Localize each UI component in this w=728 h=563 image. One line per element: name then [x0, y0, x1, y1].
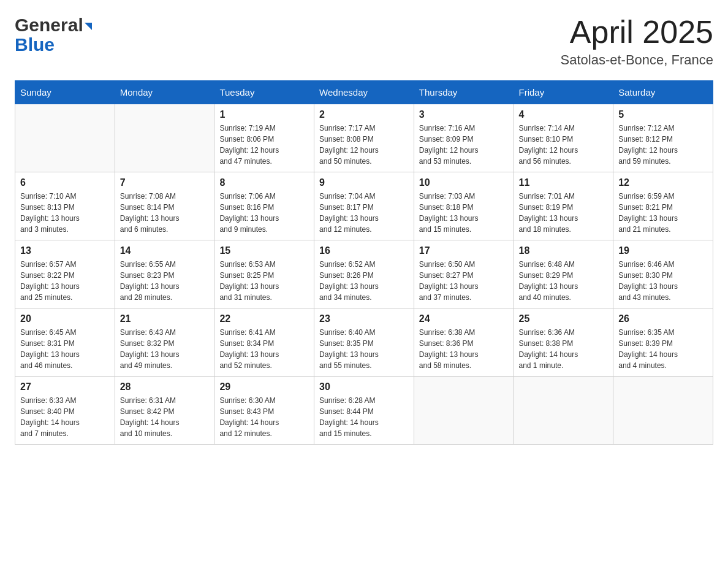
- day-info: Sunrise: 7:08 AM Sunset: 8:14 PM Dayligh…: [120, 191, 210, 235]
- column-header-monday: Monday: [115, 81, 214, 104]
- calendar-cell: 10Sunrise: 7:03 AM Sunset: 8:18 PM Dayli…: [414, 172, 514, 240]
- column-header-saturday: Saturday: [613, 81, 713, 104]
- day-number: 11: [519, 177, 609, 188]
- calendar-cell: [613, 377, 713, 445]
- day-number: 3: [419, 109, 509, 120]
- location-subtitle: Satolas-et-Bonce, France: [561, 52, 713, 68]
- day-number: 15: [219, 245, 309, 256]
- calendar-cell: 4Sunrise: 7:14 AM Sunset: 8:10 PM Daylig…: [514, 104, 613, 172]
- day-info: Sunrise: 7:06 AM Sunset: 8:16 PM Dayligh…: [219, 191, 309, 235]
- day-number: 12: [618, 177, 708, 188]
- calendar-cell: 3Sunrise: 7:16 AM Sunset: 8:09 PM Daylig…: [414, 104, 514, 172]
- calendar-cell: 13Sunrise: 6:57 AM Sunset: 8:22 PM Dayli…: [15, 240, 115, 308]
- day-info: Sunrise: 7:10 AM Sunset: 8:13 PM Dayligh…: [20, 191, 110, 235]
- day-number: 30: [319, 381, 409, 393]
- day-number: 9: [319, 177, 409, 188]
- calendar-cell: 15Sunrise: 6:53 AM Sunset: 8:25 PM Dayli…: [214, 240, 314, 308]
- calendar-cell: [514, 377, 613, 445]
- calendar-cell: 2Sunrise: 7:17 AM Sunset: 8:08 PM Daylig…: [314, 104, 414, 172]
- day-number: 26: [618, 313, 708, 324]
- day-number: 13: [20, 245, 110, 256]
- calendar-cell: 8Sunrise: 7:06 AM Sunset: 8:16 PM Daylig…: [214, 172, 314, 240]
- day-info: Sunrise: 7:03 AM Sunset: 8:18 PM Dayligh…: [419, 191, 509, 235]
- day-number: 17: [419, 245, 509, 256]
- calendar-cell: 5Sunrise: 7:12 AM Sunset: 8:12 PM Daylig…: [613, 104, 713, 172]
- day-info: Sunrise: 6:46 AM Sunset: 8:30 PM Dayligh…: [618, 259, 708, 303]
- day-info: Sunrise: 7:12 AM Sunset: 8:12 PM Dayligh…: [618, 123, 708, 167]
- day-number: 23: [319, 313, 409, 324]
- column-header-sunday: Sunday: [15, 81, 115, 104]
- calendar-header-row: SundayMondayTuesdayWednesdayThursdayFrid…: [15, 81, 713, 104]
- day-info: Sunrise: 6:57 AM Sunset: 8:22 PM Dayligh…: [20, 259, 110, 303]
- day-number: 19: [618, 245, 708, 256]
- calendar-cell: 6Sunrise: 7:10 AM Sunset: 8:13 PM Daylig…: [15, 172, 115, 240]
- day-info: Sunrise: 7:16 AM Sunset: 8:09 PM Dayligh…: [419, 123, 509, 167]
- day-info: Sunrise: 6:40 AM Sunset: 8:35 PM Dayligh…: [319, 327, 409, 371]
- calendar-cell: [15, 104, 115, 172]
- calendar-cell: 11Sunrise: 7:01 AM Sunset: 8:19 PM Dayli…: [514, 172, 613, 240]
- day-info: Sunrise: 6:48 AM Sunset: 8:29 PM Dayligh…: [519, 259, 609, 303]
- day-number: 28: [120, 381, 210, 393]
- day-number: 27: [20, 381, 110, 393]
- day-number: 6: [20, 177, 110, 188]
- day-number: 25: [519, 313, 609, 324]
- column-header-friday: Friday: [514, 81, 613, 104]
- calendar-cell: 9Sunrise: 7:04 AM Sunset: 8:17 PM Daylig…: [314, 172, 414, 240]
- calendar-cell: 7Sunrise: 7:08 AM Sunset: 8:14 PM Daylig…: [115, 172, 214, 240]
- calendar-cell: 17Sunrise: 6:50 AM Sunset: 8:27 PM Dayli…: [414, 240, 514, 308]
- day-info: Sunrise: 6:41 AM Sunset: 8:34 PM Dayligh…: [219, 327, 309, 371]
- calendar-cell: 21Sunrise: 6:43 AM Sunset: 8:32 PM Dayli…: [115, 308, 214, 377]
- day-info: Sunrise: 6:43 AM Sunset: 8:32 PM Dayligh…: [120, 327, 210, 371]
- logo-arrow-icon: [85, 23, 92, 30]
- day-info: Sunrise: 7:01 AM Sunset: 8:19 PM Dayligh…: [519, 191, 609, 235]
- calendar-cell: 14Sunrise: 6:55 AM Sunset: 8:23 PM Dayli…: [115, 240, 214, 308]
- calendar-week-row: 6Sunrise: 7:10 AM Sunset: 8:13 PM Daylig…: [15, 172, 713, 240]
- column-header-wednesday: Wednesday: [314, 81, 414, 104]
- calendar-cell: 28Sunrise: 6:31 AM Sunset: 8:42 PM Dayli…: [115, 377, 214, 445]
- day-info: Sunrise: 7:14 AM Sunset: 8:10 PM Dayligh…: [519, 123, 609, 167]
- day-info: Sunrise: 6:55 AM Sunset: 8:23 PM Dayligh…: [120, 259, 210, 303]
- day-info: Sunrise: 6:59 AM Sunset: 8:21 PM Dayligh…: [618, 191, 708, 235]
- day-number: 2: [319, 109, 409, 120]
- calendar-cell: 29Sunrise: 6:30 AM Sunset: 8:43 PM Dayli…: [214, 377, 314, 445]
- calendar-week-row: 20Sunrise: 6:45 AM Sunset: 8:31 PM Dayli…: [15, 308, 713, 377]
- calendar-cell: 19Sunrise: 6:46 AM Sunset: 8:30 PM Dayli…: [613, 240, 713, 308]
- calendar-cell: 26Sunrise: 6:35 AM Sunset: 8:39 PM Dayli…: [613, 308, 713, 377]
- calendar-cell: 18Sunrise: 6:48 AM Sunset: 8:29 PM Dayli…: [514, 240, 613, 308]
- day-info: Sunrise: 6:45 AM Sunset: 8:31 PM Dayligh…: [20, 327, 110, 371]
- day-number: 14: [120, 245, 210, 256]
- calendar-cell: 12Sunrise: 6:59 AM Sunset: 8:21 PM Dayli…: [613, 172, 713, 240]
- calendar-title: April 2025: [561, 15, 713, 50]
- day-number: 16: [319, 245, 409, 256]
- calendar-cell: [414, 377, 514, 445]
- calendar-cell: 24Sunrise: 6:38 AM Sunset: 8:36 PM Dayli…: [414, 308, 514, 377]
- calendar-cell: [115, 104, 214, 172]
- day-info: Sunrise: 6:28 AM Sunset: 8:44 PM Dayligh…: [319, 395, 409, 439]
- day-info: Sunrise: 6:36 AM Sunset: 8:38 PM Dayligh…: [519, 327, 609, 371]
- calendar-week-row: 1Sunrise: 7:19 AM Sunset: 8:06 PM Daylig…: [15, 104, 713, 172]
- day-info: Sunrise: 7:17 AM Sunset: 8:08 PM Dayligh…: [319, 123, 409, 167]
- logo-blue-text: Blue: [15, 34, 55, 55]
- column-header-thursday: Thursday: [414, 81, 514, 104]
- column-header-tuesday: Tuesday: [214, 81, 314, 104]
- day-number: 18: [519, 245, 609, 256]
- calendar-cell: 20Sunrise: 6:45 AM Sunset: 8:31 PM Dayli…: [15, 308, 115, 377]
- calendar-cell: 23Sunrise: 6:40 AM Sunset: 8:35 PM Dayli…: [314, 308, 414, 377]
- day-info: Sunrise: 6:30 AM Sunset: 8:43 PM Dayligh…: [219, 395, 309, 439]
- day-info: Sunrise: 6:35 AM Sunset: 8:39 PM Dayligh…: [618, 327, 708, 371]
- day-number: 7: [120, 177, 210, 188]
- day-info: Sunrise: 6:52 AM Sunset: 8:26 PM Dayligh…: [319, 259, 409, 303]
- calendar-table: SundayMondayTuesdayWednesdayThursdayFrid…: [15, 80, 713, 445]
- day-number: 10: [419, 177, 509, 188]
- day-number: 4: [519, 109, 609, 120]
- day-info: Sunrise: 7:04 AM Sunset: 8:17 PM Dayligh…: [319, 191, 409, 235]
- calendar-cell: 22Sunrise: 6:41 AM Sunset: 8:34 PM Dayli…: [214, 308, 314, 377]
- day-number: 24: [419, 313, 509, 324]
- day-info: Sunrise: 6:38 AM Sunset: 8:36 PM Dayligh…: [419, 327, 509, 371]
- page-header: General Blue April 2025 Satolas-et-Bonce…: [15, 15, 713, 68]
- logo-general-text: General: [15, 15, 83, 36]
- day-number: 20: [20, 313, 110, 324]
- calendar-cell: 1Sunrise: 7:19 AM Sunset: 8:06 PM Daylig…: [214, 104, 314, 172]
- calendar-cell: 30Sunrise: 6:28 AM Sunset: 8:44 PM Dayli…: [314, 377, 414, 445]
- title-block: April 2025 Satolas-et-Bonce, France: [561, 15, 713, 68]
